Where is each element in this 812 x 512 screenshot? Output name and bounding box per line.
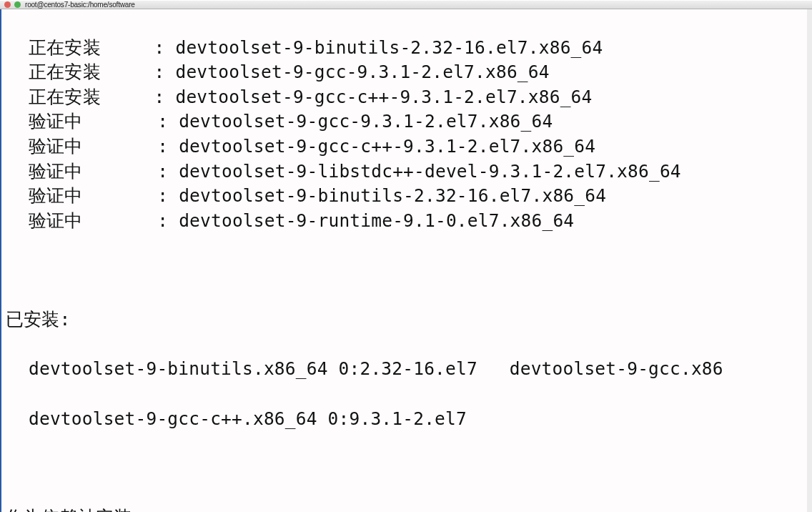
install-line: 正在安装 : devtoolset-9-gcc-c++-9.3.1-2.el7.… [6,85,812,110]
install-line: 正在安装 : devtoolset-9-binutils-2.32-16.el7… [6,36,812,61]
terminal-body[interactable]: 正在安装 : devtoolset-9-binutils-2.32-16.el7… [0,9,812,512]
close-icon[interactable] [4,1,11,8]
install-line: 验证中 : devtoolset-9-gcc-9.3.1-2.el7.x86_6… [6,109,812,134]
scrollbar[interactable] [807,9,812,512]
heading-asdeps: 作为依赖被安装: [6,506,812,512]
install-line: 验证中 : devtoolset-9-binutils-2.32-16.el7.… [6,184,812,209]
heading-installed: 已安装: [6,307,812,333]
window-title: root@centos7-basic:/home/software [25,1,135,9]
installed-pkg-line: devtoolset-9-gcc-c++.x86_64 0:9.3.1-2.el… [6,407,812,432]
maximize-icon[interactable] [14,1,21,8]
install-line: 验证中 : devtoolset-9-libstdc++-devel-9.3.1… [6,159,812,184]
install-line: 正在安装 : devtoolset-9-gcc-9.3.1-2.el7.x86_… [6,60,812,85]
blank-line [6,456,812,481]
installed-pkg-line: devtoolset-9-binutils.x86_64 0:2.32-16.e… [6,357,812,382]
terminal-window: root@centos7-basic:/home/software 正在安装 :… [0,0,812,512]
title-bar[interactable]: root@centos7-basic:/home/software [0,0,812,9]
blank-line [6,258,812,283]
install-line: 验证中 : devtoolset-9-runtime-9.1-0.el7.x86… [6,209,812,234]
install-line: 验证中 : devtoolset-9-gcc-c++-9.3.1-2.el7.x… [6,134,812,159]
